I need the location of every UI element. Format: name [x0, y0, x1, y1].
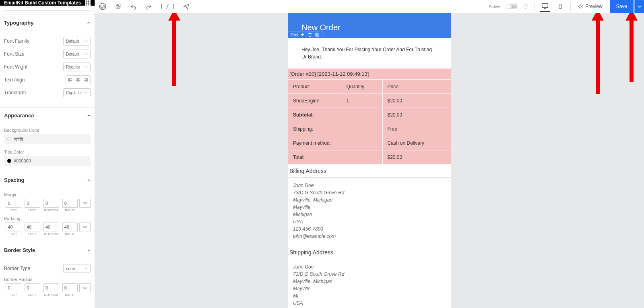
border-type-select[interactable]: none [63, 264, 91, 273]
text-align-label: Text Align [4, 77, 25, 83]
radius-left-input[interactable] [25, 283, 40, 292]
shipping-address[interactable]: John Doe 73/D G South Grove Rd Mayville,… [288, 259, 451, 308]
order-tag[interactable]: [Order #20] [2023-11-12 09:49:13] [288, 69, 451, 79]
svg-text:?: ? [525, 5, 527, 8]
section-appearance[interactable]: Appearance [0, 108, 95, 123]
margin-link-button[interactable] [79, 199, 91, 208]
table-row: Subtotal: $20.00 [288, 108, 451, 122]
align-left-button[interactable] [66, 76, 74, 84]
svg-marker-11 [625, 13, 638, 82]
section-dimensions[interactable]: Dimensions [0, 303, 95, 308]
svg-marker-9 [168, 13, 180, 86]
canvas[interactable]: New Order Text Hey Joe, Thank You For Pl… [95, 13, 644, 308]
th-price: Price [382, 80, 451, 94]
undo-icon[interactable] [130, 3, 137, 10]
billing-title: Billing Address [288, 164, 451, 176]
font-family-label: Font Family [4, 38, 29, 44]
section-spacing[interactable]: Spacing [0, 172, 95, 188]
title-color-input[interactable]: #000000 [4, 156, 91, 166]
th-quantity: Quantity [341, 80, 382, 94]
delete-icon[interactable] [308, 32, 312, 37]
eye-icon [578, 4, 584, 9]
preview-button[interactable]: Preview [576, 2, 605, 11]
padding-bottom-input[interactable] [43, 223, 59, 231]
selection-toolbar: Text [288, 31, 322, 38]
svg-marker-10 [592, 13, 604, 94]
padding-top-input[interactable] [6, 223, 21, 231]
padding-right-input[interactable] [62, 223, 78, 231]
help-icon[interactable]: ? [522, 3, 530, 10]
border-radius-label: Border Radius [4, 277, 91, 282]
save-dropdown-button[interactable] [634, 0, 644, 13]
section-border[interactable]: Border Style [0, 242, 95, 258]
mobile-view-button[interactable] [555, 1, 566, 12]
topbar: [ / ] Active No ? Preview Save [95, 0, 644, 13]
email-header[interactable]: New Order Text [288, 13, 451, 38]
chevron-up-icon [87, 114, 91, 117]
greeting-text[interactable]: Hey Joe, Thank You For Placing Your Orde… [288, 38, 451, 69]
svg-rect-8 [316, 34, 319, 36]
wordpress-icon[interactable] [99, 3, 106, 10]
padding-left-input[interactable] [25, 223, 40, 231]
margin-left-input[interactable] [25, 199, 40, 208]
svg-point-5 [560, 8, 560, 8]
chevron-up-icon [87, 21, 91, 25]
redo-icon[interactable] [145, 3, 152, 10]
chevron-up-icon [87, 249, 91, 252]
sidebar-header: EmailKit Build Custom Templates [0, 0, 95, 6]
font-family-select[interactable]: Default [63, 37, 91, 46]
svg-rect-3 [542, 4, 548, 8]
add-icon[interactable] [300, 32, 305, 37]
refresh-icon[interactable] [114, 3, 122, 10]
padding-label: Padding [4, 216, 91, 221]
selected-element-label: Text [291, 33, 298, 37]
email-template: New Order Text Hey Joe, Thank You For Pl… [288, 13, 451, 308]
font-size-label: Font Size [4, 51, 25, 57]
annotation-arrow [592, 13, 604, 94]
margin-label: Margin [4, 192, 91, 197]
font-weight-select[interactable]: Regular [63, 62, 91, 71]
app-title: EmailKit Build Custom Templates [4, 0, 81, 6]
table-row: ShopEngine 1 $20.00 [288, 94, 451, 108]
th-product: Product [288, 80, 341, 94]
radius-bottom-input[interactable] [43, 283, 59, 292]
margin-right-input[interactable] [62, 199, 78, 208]
radius-right-input[interactable] [62, 283, 78, 292]
order-table[interactable]: Product Quantity Price ShopEngine 1 $20.… [288, 79, 451, 164]
table-row: Shipping: Free [288, 122, 451, 136]
table-row: Total: $20.00 [288, 150, 451, 164]
save-button[interactable]: Save [610, 0, 634, 13]
align-center-button[interactable] [74, 76, 82, 84]
svg-rect-7 [316, 33, 318, 35]
annotation-arrow [168, 13, 180, 86]
send-icon[interactable] [183, 3, 190, 10]
sidebar: EmailKit Build Custom Templates Typograp… [0, 0, 95, 308]
bg-color-input[interactable]: #ffffff [4, 134, 91, 144]
shipping-title: Shipping Address [288, 246, 451, 257]
active-toggle[interactable]: No [506, 4, 518, 9]
align-right-button[interactable] [82, 76, 90, 84]
transform-label: Transform [4, 90, 26, 96]
svg-point-6 [580, 6, 582, 7]
table-row: Payment method: Cash on Delivery [288, 136, 451, 150]
element-preview [4, 10, 91, 10]
text-align-group [66, 75, 91, 84]
font-size-select[interactable]: Default [63, 50, 91, 58]
apps-icon[interactable] [85, 0, 91, 6]
section-typography[interactable]: Typography [0, 15, 95, 31]
desktop-view-button[interactable] [540, 1, 550, 12]
duplicate-icon[interactable] [315, 32, 320, 37]
border-type-label: Border Type [4, 266, 30, 271]
margin-top-input[interactable] [6, 199, 21, 208]
radius-link-button[interactable] [79, 283, 91, 292]
annotation-arrow [625, 13, 638, 82]
transform-select[interactable]: Capitaliz [63, 88, 91, 97]
billing-address[interactable]: John Doe 73/D G South Grove Rd Mayville,… [288, 177, 451, 244]
shortcode-button[interactable]: [ / ] [160, 3, 175, 10]
padding-link-button[interactable] [79, 223, 91, 231]
margin-bottom-input[interactable] [43, 199, 59, 208]
font-weight-label: Font Wight [4, 64, 27, 70]
bg-color-label: Background Color [4, 128, 91, 133]
active-label: Active [489, 4, 501, 9]
radius-top-input[interactable] [6, 283, 21, 292]
